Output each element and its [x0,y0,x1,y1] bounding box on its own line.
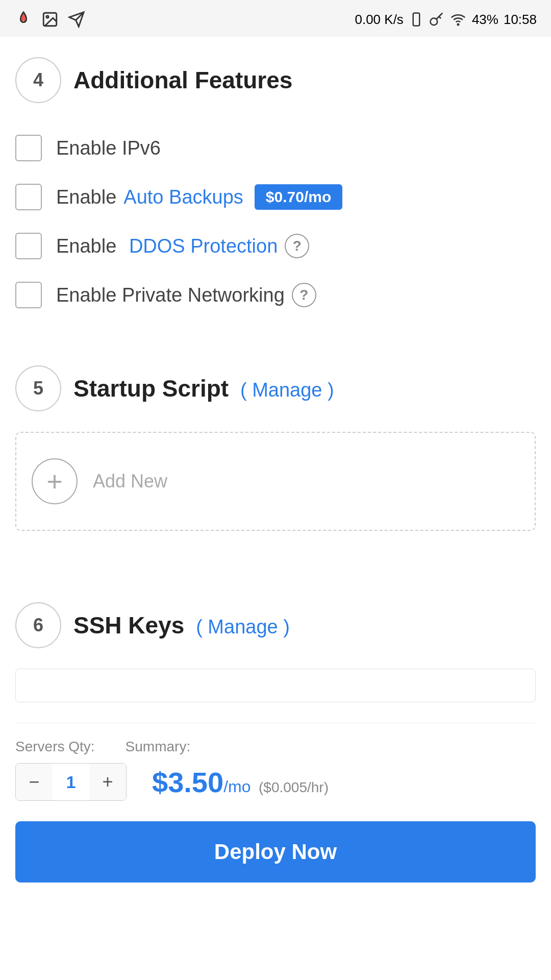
price-per-mo: /mo [223,777,251,796]
startup-script-title: Startup Script ( Manage ) [73,375,334,402]
key-icon [429,12,444,27]
phone-icon [409,12,424,27]
checkbox-private-networking[interactable] [15,282,42,308]
ssh-keys-title: SSH Keys ( Manage ) [73,611,290,639]
section-4-number: 4 [15,57,61,103]
battery-percent: 43% [472,12,498,28]
feature-private-networking[interactable]: Enable Private Networking ? [15,271,536,320]
footer-labels: Servers Qty: Summary: [15,739,536,755]
send-icon [67,10,86,29]
wifi-icon [449,12,467,27]
ddos-link[interactable]: DDOS Protection [129,235,278,257]
flame-icon [14,10,33,29]
feature-ipv6[interactable]: Enable IPv6 [15,124,536,173]
qty-value: 1 [53,764,89,800]
startup-script-add-box[interactable]: + Add New [15,432,536,531]
summary-label: Summary: [126,739,191,755]
main-content: 4 Additional Features Enable IPv6 Enable… [0,37,551,980]
price-display: $3.50/mo ($0.005/hr) [152,766,329,799]
price-per-hr: ($0.005/hr) [259,779,329,795]
clock: 10:58 [504,12,537,28]
checkbox-autobackups[interactable] [15,184,42,210]
network-speed: 0.00 K/s [355,12,403,28]
footer-summary: Servers Qty: Summary: − 1 + $3.50/mo ($0… [15,723,536,893]
feature-ddos[interactable]: Enable DDOS Protection ? [15,222,536,271]
feature-ipv6-label: Enable IPv6 [56,137,161,159]
feature-private-networking-label: Enable Private Networking ? [56,283,316,307]
qty-decrease-button[interactable]: − [16,764,53,800]
ssh-keys-manage-link[interactable]: ( Manage ) [196,616,290,638]
quantity-control: − 1 + [15,763,127,801]
add-script-label: Add New [93,471,167,492]
feature-autobackups[interactable]: Enable Auto Backups $0.70/mo [15,173,536,222]
checkbox-ddos[interactable] [15,233,42,259]
startup-script-manage-link[interactable]: ( Manage ) [240,379,334,401]
svg-rect-4 [413,13,420,26]
startup-script-header: 5 Startup Script ( Manage ) [15,365,536,411]
status-bar-left [14,10,86,29]
additional-features-header: 4 Additional Features [15,57,536,103]
private-networking-help-icon[interactable]: ? [292,283,316,307]
checkbox-ipv6[interactable] [15,135,42,161]
qty-increase-button[interactable]: + [89,764,126,800]
ssh-keys-empty-bar [15,669,536,702]
servers-qty-label: Servers Qty: [15,739,95,755]
status-bar-right: 0.00 K/s 43% 10:58 [355,12,537,28]
ssh-keys-header: 6 SSH Keys ( Manage ) [15,602,536,648]
autobackups-price-badge: $0.70/mo [255,184,342,210]
section-6-number: 6 [15,602,61,648]
add-script-icon[interactable]: + [32,458,78,504]
svg-point-7 [458,24,459,26]
feature-autobackups-label: Enable Auto Backups $0.70/mo [56,184,342,210]
price-main: $3.50 [152,766,223,798]
section-5-number: 5 [15,365,61,411]
additional-features-title: Additional Features [73,66,292,94]
svg-point-6 [430,18,437,26]
footer-controls: − 1 + $3.50/mo ($0.005/hr) [15,763,536,801]
feature-ddos-label: Enable DDOS Protection ? [56,234,309,258]
ddos-help-icon[interactable]: ? [285,234,309,258]
deploy-now-button[interactable]: Deploy Now [15,821,536,883]
image-icon [41,10,59,29]
auto-backups-link[interactable]: Auto Backups [123,186,243,208]
status-bar: 0.00 K/s 43% 10:58 [0,0,551,37]
feature-list: Enable IPv6 Enable Auto Backups $0.70/mo… [15,124,536,320]
svg-point-1 [46,16,48,18]
